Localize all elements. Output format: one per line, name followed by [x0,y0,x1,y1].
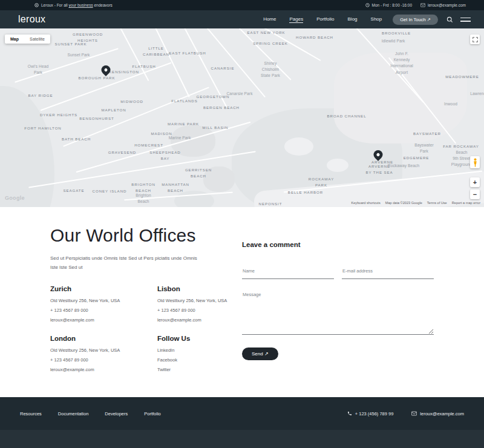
map-area-label: GRAVESEND [108,150,137,156]
map-area-label: BRIGHTON BEACH [131,182,155,193]
map-place-label: Idlewild Park [382,38,405,44]
page-title: Our World Offices [50,225,242,246]
search-icon[interactable] [446,16,453,23]
footer-phone[interactable]: + 123 (456) 789 99 [347,411,394,417]
sub-footer [0,430,484,448]
office-address: Old Westbury 256, New York, USA [157,298,242,303]
nav-item-shop[interactable]: Shop [371,16,382,22]
map-attribution: Keyboard shortcuts Map data ©2023 Google… [352,201,480,205]
map-area-label: SUNSET PARK [55,41,87,47]
office-phone[interactable]: + 123 4567 89 000 [50,357,157,363]
send-button[interactable]: Send ↗ [242,348,278,360]
map-place-label: Rockaway Beach [388,163,419,169]
message-textarea[interactable] [242,289,434,335]
nav-item-portfolio[interactable]: Portfolio [316,16,334,22]
footer-link-documentation[interactable]: Documentation [58,411,88,417]
keyboard-shortcuts-link[interactable]: Keyboard shortcuts [352,201,381,205]
office-phone[interactable]: + 123 4567 89 000 [157,308,242,313]
nav-item-pages[interactable]: Pages [289,16,303,23]
office-phone[interactable]: + 123 4567 89 000 [50,308,157,313]
comment-form: Leave a comment Send ↗ [242,225,434,397]
logo[interactable]: leroux [18,14,45,25]
email-input[interactable] [342,266,434,279]
map-area-label: CANARSIE [211,65,235,71]
map-place-label: Inwood [444,101,457,107]
satellite-view-button[interactable]: Satellite [24,35,50,44]
map-area-label: GERRITSEN BEACH [185,167,212,179]
zoom-in-button[interactable]: + [470,177,480,187]
menu-icon[interactable] [460,18,471,22]
nav-item-blog[interactable]: Blog [348,16,358,22]
map-area-label: BOROUGH PARK [79,75,116,81]
map-type-toggle: Map Satellite [5,35,50,44]
office-address: Old Westbury 256, New York, USA [50,298,157,303]
map-area-label: SHEEPSHEAD BAY [149,150,180,161]
tagline: Leroux - For all your business endeavors [34,3,113,7]
twitter-link[interactable]: Twitter [157,367,242,372]
map-area-label: BENSONHURST [79,116,114,122]
footer: Resources Documentation Developers Portf… [0,397,484,430]
map-bay-island [284,137,313,156]
pegman-icon[interactable] [470,156,480,168]
business-hours: Mon - Frd : 8:00 -16:00 [365,3,412,7]
map-area-label: MEADOWMERE [445,74,479,80]
nav-menu: Home Pages Portfolio Blog Shop [263,16,382,23]
map-area-label: MILL BASIN [203,125,229,131]
map-area-label: KENSINGTON [109,69,139,75]
top-bar: Leroux - For all your business endeavors… [0,0,484,10]
facebook-link[interactable]: Facebook [157,357,242,363]
get-in-touch-button[interactable]: Get In Touch ↗ [393,15,438,25]
name-input[interactable] [242,266,334,279]
topbar-email-text: leroux@example.com [428,3,466,7]
office-london: London Old Westbury 256, New York, USA +… [50,335,157,372]
section-subtitle: Sed ut Perspiciatis unde Omnis Iste Sed … [50,254,203,272]
footer-email-text: leroux@example.com [420,411,464,417]
map-place-label: Sunset Park [67,52,90,58]
topbar-email[interactable]: leroux@example.com [420,3,466,7]
footer-phone-text: + 123 (456) 789 99 [355,411,394,417]
map-area-label: FLATLANDS [171,98,197,104]
google-logo[interactable]: Google [5,195,25,201]
map-area-label: BAYSWATER [413,131,441,137]
report-error-link[interactable]: Report a map error [452,201,480,205]
office-email[interactable]: leroux@example.com [50,367,157,372]
tagline-link[interactable]: your business [69,3,93,7]
office-address: Old Westbury 256, New York, USA [50,348,157,353]
map-area-label: EAST NEW YORK [247,30,285,36]
office-email[interactable]: leroux@example.com [157,317,242,323]
map-area-label: BAY RIDGE [28,93,53,99]
office-city: London [50,335,157,342]
office-zurich: Zurich Old Westbury 256, New York, USA +… [50,285,157,323]
map-area-label: NEPONSIT [259,201,283,207]
footer-link-resources[interactable]: Resources [20,411,42,417]
map-area-label: SEAGATE [63,188,84,194]
footer-link-developers[interactable]: Developers [105,411,128,417]
map-area-label: MANHATTAN BEACH [162,182,189,193]
terms-link[interactable]: Terms of Use [427,201,447,205]
main-nav: leroux Home Pages Portfolio Blog Shop Ge… [0,10,484,28]
linkedin-link[interactable]: LinkedIn [157,348,242,353]
marker-dot [103,68,108,72]
map-view-button[interactable]: Map [5,35,24,44]
footer-links: Resources Documentation Developers Portf… [20,411,161,417]
hours-text: Mon - Frd : 8:00 -16:00 [372,3,412,7]
envelope-icon [420,3,425,7]
map-data-text: Map data ©2023 Google [385,201,422,205]
footer-email[interactable]: leroux@example.com [411,411,464,417]
map-area-label: MARINE PARK [168,121,199,127]
follow-us-block: Follow Us LinkedIn Facebook Twitter [157,335,242,372]
zoom-out-button[interactable]: − [470,189,480,199]
office-email[interactable]: leroux@example.com [50,317,157,323]
map-place-label: Owl's Head Park [28,64,49,76]
google-map[interactable]: GREENWOOD HEIGHTSSUNSET PARKSunset ParkL… [0,28,484,207]
phone-icon [347,411,352,416]
map-area-label: FAR ROCKAWAY [443,143,479,150]
marker-dot [376,153,380,157]
map-water-bay-left [0,86,54,207]
map-area-label: CONEY ISLAND [93,188,127,194]
footer-link-portfolio[interactable]: Portfolio [144,411,161,417]
nav-item-home[interactable]: Home [263,16,276,22]
map-area-label: MIDWOOD [120,99,143,105]
fullscreen-button[interactable] [470,35,480,44]
map-area-label: BERGEN BEACH [203,105,240,111]
